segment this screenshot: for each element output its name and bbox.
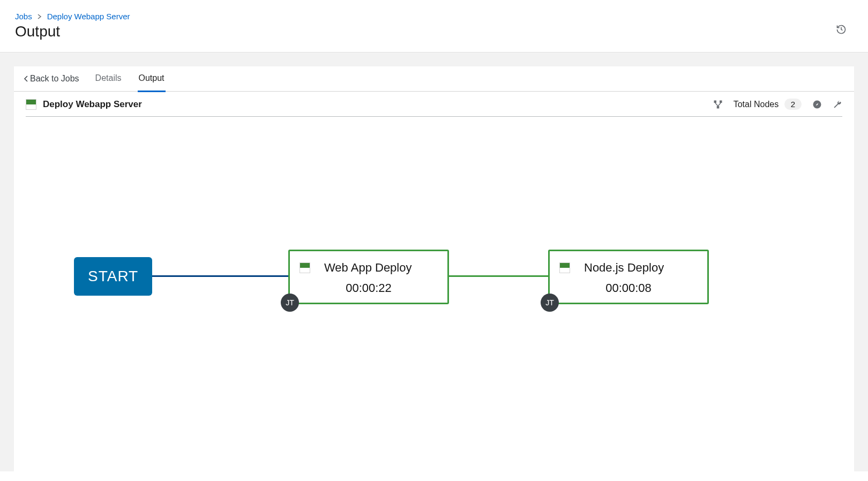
status-running-icon [300,262,310,273]
breadcrumb: Jobs Deploy Webapp Server [15,12,853,21]
svg-rect-0 [714,101,716,103]
workflow-node-elapsed: 00:00:08 [559,281,698,295]
total-nodes-label: Total Nodes 2 [734,100,802,109]
output-panel: Back to Jobs Details Output Deploy Webap… [14,66,854,471]
workflow-node-name: Web App Deploy [324,261,411,275]
breadcrumb-root-link[interactable]: Jobs [15,12,32,21]
workflow-node-name: Node.js Deploy [584,261,664,275]
edge-node1-to-node2 [449,275,551,277]
breadcrumb-current-link[interactable]: Deploy Webapp Server [47,12,130,21]
svg-rect-2 [716,106,719,109]
page-header: Jobs Deploy Webapp Server Output [0,0,868,52]
page-title: Output [15,23,853,40]
workflow-node-elapsed: 00:00:22 [300,281,438,295]
status-running-icon [559,262,570,273]
edge-start-to-node1 [141,275,291,277]
start-node[interactable]: START [74,257,152,296]
workflow-graph-icon[interactable] [713,100,723,109]
workflow-node[interactable]: Node.js Deploy 00:00:08 JT [548,250,709,304]
chevron-right-icon [38,14,42,19]
start-node-label: START [88,268,138,284]
panel-tabs: Back to Jobs Details Output [14,66,854,92]
wrench-icon[interactable] [833,100,842,109]
node-type-badge: JT [541,294,559,312]
panel-tools: Total Nodes 2 [713,100,842,109]
tab-details[interactable]: Details [94,66,123,92]
total-nodes-count: 2 [784,99,802,110]
workflow-node[interactable]: Web App Deploy 00:00:22 JT [288,250,449,304]
back-to-jobs-label: Back to Jobs [30,74,79,84]
body-region: Back to Jobs Details Output Deploy Webap… [0,52,868,471]
workflow-title: Deploy Webapp Server [43,99,142,110]
compass-icon[interactable] [812,100,822,109]
svg-rect-1 [720,101,722,103]
panel-subheader: Deploy Webapp Server Total Nodes 2 [14,92,854,116]
caret-left-icon [24,76,28,82]
node-type-badge: JT [281,294,299,312]
history-icon[interactable] [836,24,847,35]
tab-output[interactable]: Output [138,66,166,92]
workflow-canvas[interactable]: START Web App Deploy 00:00:22 JT Node.js… [26,117,842,444]
status-running-icon [26,99,36,110]
back-to-jobs-link[interactable]: Back to Jobs [24,74,79,84]
